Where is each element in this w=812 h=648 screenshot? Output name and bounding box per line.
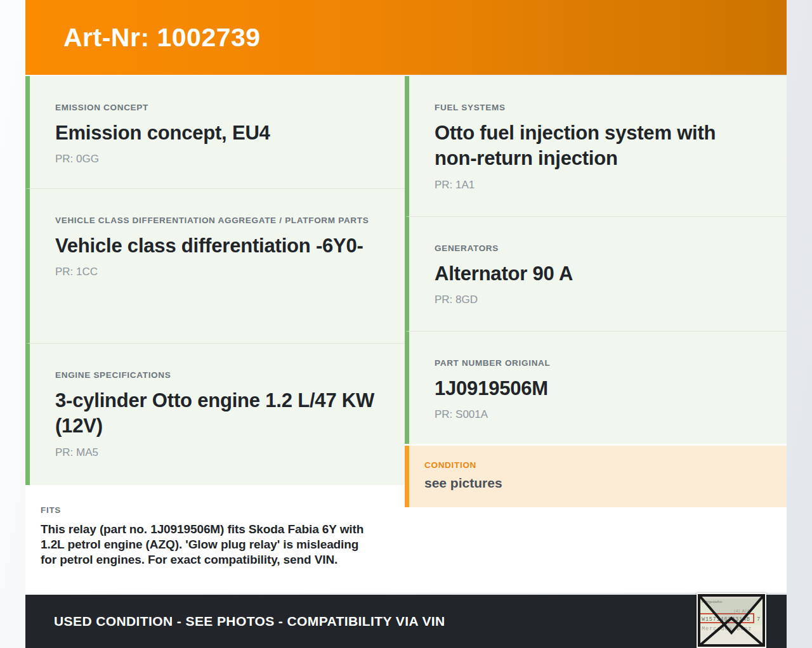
card-emission-concept: EMISSION CONCEPT Emission concept, EU4 P…	[25, 76, 405, 188]
vin-suffix-text: 7	[757, 616, 760, 623]
pr-code: PR: MA5	[55, 446, 379, 459]
card-fuel-systems: FUEL SYSTEMS Otto fuel injection system …	[405, 76, 787, 216]
card-vehicle-class: VEHICLE CLASS DIFFERENTIATION AGGREGATE …	[25, 188, 405, 343]
card-label: FITS	[41, 504, 374, 517]
left-column: EMISSION CONCEPT Emission concept, EU4 P…	[25, 76, 405, 593]
article-header: Art-Nr: 1002739	[25, 0, 787, 75]
card-engine-specifications: ENGINE SPECIFICATIONS 3-cylinder Otto en…	[25, 343, 405, 485]
pr-code: PR: 8GD	[435, 294, 761, 306]
card-title: Emission concept, EU4	[55, 120, 379, 146]
pr-code: PR: 1CC	[55, 266, 379, 278]
pr-code: PR: 1A1	[435, 179, 761, 191]
card-fits: FITS This relay (part no. 1J0919506M) fi…	[25, 485, 405, 593]
listing-page: Art-Nr: 1002739 EMISSION CONCEPT Emissio…	[25, 0, 787, 648]
envelope-icon: Fahrgestellnr. |4| AI4 W1571463J314B 7 M…	[698, 594, 765, 647]
card-condition: CONDITION see pictures	[405, 446, 787, 507]
card-label: FUEL SYSTEMS	[435, 101, 761, 114]
card-title: 1J0919506M	[435, 376, 761, 402]
article-number-title: Art-Nr: 1002739	[63, 23, 261, 53]
pr-code: PR: 0GG	[55, 153, 379, 165]
card-label: GENERATORS	[435, 242, 761, 255]
card-title: 3-cylinder Otto engine 1.2 L/47 KW (12V)	[55, 388, 379, 440]
condition-value: see pictures	[424, 476, 761, 491]
card-label: VEHICLE CLASS DIFFERENTIATION AGGREGATE …	[55, 214, 379, 227]
footer-banner: USED CONDITION - SEE PHOTOS - COMPATIBIL…	[25, 595, 787, 648]
card-label: PART NUMBER ORIGINAL	[435, 357, 761, 370]
card-generators: GENERATORS Alternator 90 A PR: 8GD	[405, 216, 787, 331]
pr-code: PR: S001A	[435, 408, 761, 421]
right-column: FUEL SYSTEMS Otto fuel injection system …	[405, 76, 787, 593]
fits-description: This relay (part no. 1J0919506M) fits Sk…	[41, 522, 374, 567]
card-part-number-original: PART NUMBER ORIGINAL 1J0919506M PR: S001…	[405, 331, 787, 444]
card-title: Vehicle class differentiation -6Y0-	[55, 233, 379, 259]
spec-grid: EMISSION CONCEPT Emission concept, EU4 P…	[25, 76, 787, 593]
card-label: ENGINE SPECIFICATIONS	[55, 369, 379, 382]
card-title: Alternator 90 A	[435, 261, 761, 287]
card-label: CONDITION	[424, 459, 761, 472]
card-label: EMISSION CONCEPT	[55, 101, 379, 114]
card-title: Otto fuel injection system with non-retu…	[435, 120, 761, 172]
vin-envelope-image: Fahrgestellnr. |4| AI4 W1571463J314B 7 M…	[697, 593, 766, 648]
footer-text: USED CONDITION - SEE PHOTOS - COMPATIBIL…	[54, 614, 445, 629]
